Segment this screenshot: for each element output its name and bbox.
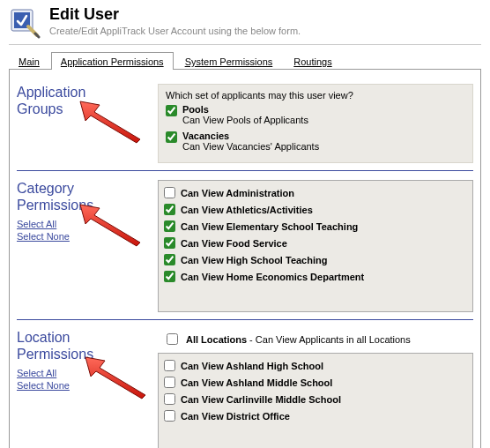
section-title-location-permissions: Location Permissions bbox=[17, 329, 149, 362]
list-item: Can View Athletics/Activities bbox=[164, 201, 467, 218]
checkbox-row-pools: Pools Can View Pools of Applicants bbox=[166, 104, 465, 125]
list-item: Can View Home Economics Department bbox=[164, 268, 467, 285]
tab-strip: Main Application Permissions System Perm… bbox=[9, 52, 481, 70]
category-checkbox-label: Can View Home Economics Department bbox=[181, 272, 364, 282]
category-permissions-list[interactable]: Can View AdministrationCan View Athletic… bbox=[158, 180, 473, 312]
list-item: Can View High School Teaching bbox=[164, 251, 467, 268]
link-location-select-all[interactable]: Select All bbox=[17, 368, 149, 378]
permissions-panel: Application Groups Which set of applican… bbox=[9, 70, 481, 448]
location-checkbox-label: Can View District Office bbox=[181, 411, 290, 422]
list-item: Can View Administration bbox=[164, 184, 467, 201]
category-checkbox-label: Can View Administration bbox=[181, 188, 294, 198]
link-category-select-all[interactable]: Select All bbox=[17, 219, 149, 229]
checkbox-pools[interactable] bbox=[166, 105, 177, 116]
list-item: Can View Ashland Middle School bbox=[164, 374, 467, 391]
list-item: Can View Elementary School Teaching bbox=[164, 218, 467, 235]
location-checkbox[interactable] bbox=[164, 377, 175, 388]
list-item: Can View District Office bbox=[164, 407, 467, 424]
location-checkbox-label: Can View Ashland Middle School bbox=[181, 377, 332, 388]
category-checkbox[interactable] bbox=[164, 254, 175, 265]
page-title: Edit User bbox=[49, 5, 301, 24]
location-checkbox[interactable] bbox=[164, 360, 175, 371]
category-checkbox-label: Can View Elementary School Teaching bbox=[181, 221, 358, 232]
header-divider bbox=[9, 44, 481, 45]
category-checkbox[interactable] bbox=[164, 237, 175, 249]
location-checkbox[interactable] bbox=[164, 410, 175, 422]
location-permissions-list[interactable]: Can View Ashland High SchoolCan View Ash… bbox=[158, 353, 473, 448]
location-checkbox-label: Can View Carlinville Middle School bbox=[181, 394, 341, 405]
link-category-select-none[interactable]: Select None bbox=[17, 231, 149, 242]
checkbox-all-locations-label: All Locations - Can View Applicants in a… bbox=[186, 334, 411, 345]
checkbox-all-locations[interactable] bbox=[167, 333, 178, 345]
section-title-category-permissions: Category Permissions bbox=[17, 180, 149, 213]
tab-main[interactable]: Main bbox=[9, 52, 49, 70]
checkbox-vacancies[interactable] bbox=[166, 131, 177, 143]
category-checkbox[interactable] bbox=[164, 204, 175, 215]
category-checkbox[interactable] bbox=[164, 220, 175, 232]
tab-routings[interactable]: Routings bbox=[284, 52, 341, 70]
category-checkbox[interactable] bbox=[164, 271, 175, 282]
checkbox-pools-sub: Can View Pools of Applicants bbox=[182, 115, 308, 125]
section-title-application-groups: Application Groups bbox=[17, 84, 149, 117]
page-subtitle: Create/Edit AppliTrack User Account usin… bbox=[49, 26, 301, 36]
category-checkbox[interactable] bbox=[164, 187, 175, 198]
checkbox-pools-label: Pools bbox=[182, 104, 209, 115]
edit-user-icon bbox=[9, 7, 41, 39]
app-groups-prompt: Which set of applicants may this user vi… bbox=[166, 90, 465, 101]
checkbox-vacancies-label: Vacancies bbox=[182, 131, 229, 141]
category-checkbox-label: Can View High School Teaching bbox=[181, 255, 327, 265]
tab-system-permissions[interactable]: System Permissions bbox=[175, 52, 283, 70]
location-checkbox[interactable] bbox=[164, 393, 175, 405]
list-item: Can View Ashland High School bbox=[164, 357, 467, 374]
checkbox-vacancies-sub: Can View Vacancies' Applicants bbox=[182, 141, 319, 152]
list-item: Can View Carlinville Middle School bbox=[164, 391, 467, 407]
checkbox-row-vacancies: Vacancies Can View Vacancies' Applicants bbox=[166, 131, 465, 152]
category-checkbox-label: Can View Athletics/Activities bbox=[181, 205, 313, 215]
list-item: Can View Food Service bbox=[164, 235, 467, 251]
location-checkbox-label: Can View Ashland High School bbox=[181, 361, 323, 371]
link-location-select-none[interactable]: Select None bbox=[17, 380, 149, 391]
category-checkbox-label: Can View Food Service bbox=[181, 238, 287, 249]
tab-application-permissions[interactable]: Application Permissions bbox=[51, 52, 174, 70]
